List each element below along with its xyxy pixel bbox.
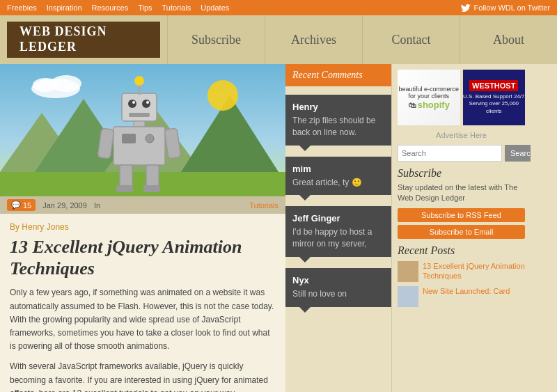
nav-about[interactable]: About	[460, 15, 557, 64]
svg-point-21	[146, 134, 154, 143]
author-link[interactable]: Henry Jones	[22, 222, 68, 232]
comment-author-3: Nyx	[292, 275, 384, 285]
article-author: By Henry Jones	[10, 222, 276, 232]
svg-point-9	[33, 78, 58, 92]
nav-tips[interactable]: Tips	[138, 3, 152, 12]
svg-rect-27	[143, 185, 160, 192]
main-navigation: Subscribe Archives Contact About	[167, 15, 557, 64]
nav-updates[interactable]: Updates	[201, 3, 229, 12]
shopify-ad[interactable]: beautiful e-commerce for your clients 🛍 …	[398, 70, 460, 125]
svg-point-17	[134, 76, 144, 86]
subscribe-title: Subscribe	[398, 167, 525, 180]
search-button[interactable]: Search	[505, 145, 531, 162]
svg-point-12	[142, 100, 150, 108]
subscribe-rss-button[interactable]: Subscribe to RSS Feed	[398, 208, 525, 222]
subscribe-email-button[interactable]: Subscribe to Email	[398, 225, 525, 239]
recent-posts-section: Recent Posts 13 Excellent jQuery Animati…	[398, 244, 525, 307]
comment-item-0: Henry The zip files should be back on li…	[285, 95, 391, 146]
nav-tutorials[interactable]: Tutorials	[162, 3, 191, 12]
shopify-tagline: beautiful e-commerce for your clients	[398, 86, 460, 100]
svg-rect-1	[0, 172, 285, 196]
svg-point-14	[146, 101, 149, 104]
westhost-text: U.S. Based Support 24/7 Serving over 25,…	[463, 93, 526, 115]
westhost-ad[interactable]: WESTHOST U.S. Based Support 24/7 Serving…	[463, 70, 526, 125]
comment-number: 15	[23, 201, 31, 210]
main-content: 💬 15 Jan 29, 2009 In Tutorials By Henry …	[0, 64, 285, 392]
svg-point-6	[207, 80, 238, 111]
svg-rect-19	[113, 127, 165, 165]
westhost-logo: WESTHOST	[469, 80, 518, 91]
site-header: WEB DESIGN LEDGER Subscribe Archives Con…	[0, 15, 557, 64]
comment-text-1: Great article, ty 🙂	[292, 177, 384, 189]
twitter-follow-text: Follow WDL on Twitter	[474, 3, 550, 12]
recent-post-link-0[interactable]: 13 Excellent jQuery Animation Techniques	[423, 261, 525, 281]
nav-subscribe[interactable]: Subscribe	[167, 15, 265, 64]
svg-point-11	[128, 100, 136, 108]
twitter-bird-icon	[461, 4, 471, 12]
svg-rect-20	[122, 134, 136, 143]
comment-text-3: Still no love on	[292, 288, 384, 300]
nav-archives[interactable]: Archives	[265, 15, 362, 64]
recent-post-thumb-0	[398, 261, 418, 282]
svg-rect-26	[116, 185, 133, 192]
top-nav-bar: Freebies Inspiration Resources Tips Tuto…	[0, 0, 557, 15]
svg-rect-24	[120, 165, 132, 187]
twitter-follow-link[interactable]: Follow WDL on Twitter	[461, 3, 550, 12]
article-paragraph-2: With several JavaScript frameworks avail…	[10, 360, 276, 392]
ad-row: beautiful e-commerce for your clients 🛍 …	[398, 70, 525, 125]
recent-comments-header: Recent Comments	[285, 64, 391, 86]
recent-post-thumb-1	[398, 286, 418, 307]
article-title: 13 Excellent jQuery Animation Techniques	[10, 236, 276, 279]
nav-contact[interactable]: Contact	[362, 15, 460, 64]
svg-rect-25	[146, 165, 159, 187]
advertise-here-text: Advertise Here	[398, 131, 525, 139]
subscribe-description: Stay updated on the latest with The Web …	[398, 182, 525, 204]
recent-post-item-1: New Site Launched: Card	[398, 286, 525, 307]
search-input[interactable]	[398, 145, 502, 162]
nav-freebies[interactable]: Freebies	[7, 3, 37, 12]
nav-inspiration[interactable]: Inspiration	[47, 3, 82, 12]
content-wrapper: 💬 15 Jan 29, 2009 In Tutorials By Henry …	[0, 64, 557, 392]
shopify-logo: 🛍 shopify	[408, 100, 450, 110]
comment-count-badge[interactable]: 💬 15	[7, 199, 36, 211]
comment-item-2: Jeff Ginger I'd be happy to host a mirro…	[285, 206, 391, 257]
comment-item-3: Nyx Still no love on	[285, 268, 391, 307]
article-date: Jan 29, 2009	[42, 201, 87, 210]
hero-image	[0, 64, 285, 196]
comment-author-1: mim	[292, 164, 384, 174]
article-meta-bar: 💬 15 Jan 29, 2009 In Tutorials	[0, 196, 285, 214]
comment-icon: 💬	[11, 201, 21, 210]
comments-sidebar: Recent Comments Henry The zip files shou…	[285, 64, 391, 392]
article-body: By Henry Jones 13 Excellent jQuery Anima…	[0, 214, 285, 392]
svg-rect-18	[134, 121, 145, 127]
category-label: In	[94, 201, 100, 210]
comment-text-2: I'd be happy to host a mirror on my serv…	[292, 226, 384, 250]
article-paragraph-1: Only a few years ago, if something was a…	[10, 286, 276, 353]
article-category-link[interactable]: Tutorials	[249, 201, 278, 210]
comment-author-0: Henry	[292, 102, 384, 112]
comment-text-0: The zip files should be back on line now…	[292, 115, 384, 139]
svg-point-13	[132, 101, 135, 104]
search-row: Search	[398, 145, 525, 162]
comment-author-2: Jeff Ginger	[292, 213, 384, 224]
recent-posts-title: Recent Posts	[398, 244, 525, 257]
recent-post-link-1[interactable]: New Site Launched: Card	[423, 286, 510, 296]
nav-resources[interactable]: Resources	[92, 3, 129, 12]
right-sidebar: beautiful e-commerce for your clients 🛍 …	[391, 64, 531, 392]
svg-rect-15	[129, 113, 150, 117]
comment-item-1: mim Great article, ty 🙂	[285, 157, 391, 196]
subscribe-section: Subscribe Stay updated on the latest wit…	[398, 167, 525, 239]
recent-post-item-0: 13 Excellent jQuery Animation Techniques	[398, 261, 525, 282]
site-logo[interactable]: WEB DESIGN LEDGER	[7, 22, 160, 58]
top-nav-links: Freebies Inspiration Resources Tips Tuto…	[7, 3, 229, 12]
